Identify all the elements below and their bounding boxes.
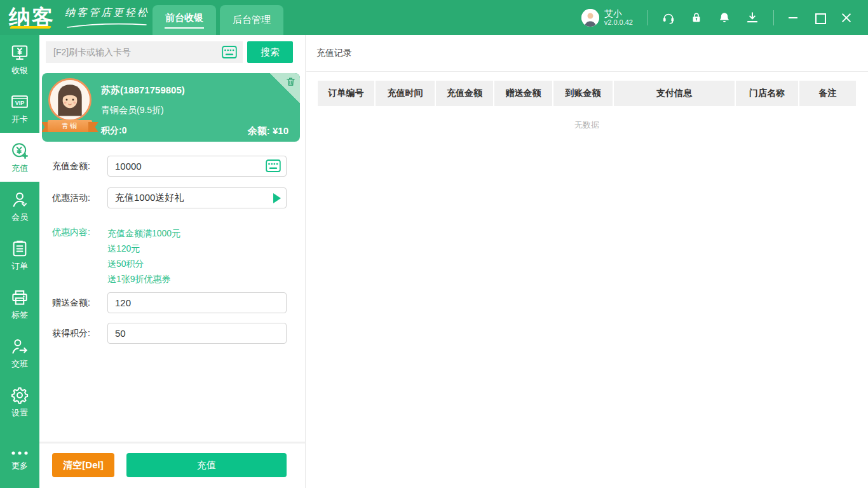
gift-amount-label: 赠送金额: [52,297,107,309]
download-icon[interactable] [745,11,759,25]
member-avatar [48,78,92,121]
promo-detail-block: 优惠内容: 充值金额满1000元 送120元 送50积分 送1张9折优惠券 [52,226,287,287]
card-search-row: 搜索 [46,41,293,63]
recharge-amount-input[interactable] [107,156,287,177]
app-logo-text: 纳客 [9,5,55,29]
sidebar-item-open-card[interactable]: VIP 开卡 [0,84,39,133]
member-name: 苏苏(18871759805) [101,85,185,97]
recharge-submit-button[interactable]: 充值 [126,453,287,477]
column-header-payment-info: 支付信息 [614,81,736,106]
sidebar-item-shift[interactable]: 交班 [0,329,39,377]
promo-detail-line: 送120元 [107,241,180,256]
sidebar-item-label: 更多 [11,460,28,471]
sidebar-item-label: 设置 [11,407,28,419]
card-search-input[interactable] [46,41,243,63]
card-search-box [46,41,243,63]
main-tabs: 前台收银 后台管理 [153,5,283,35]
printer-icon [10,288,29,307]
column-header-recharge-amount: 充值金额 [436,81,494,106]
trash-icon[interactable] [285,76,296,88]
records-title: 充值记录 [316,48,352,59]
maximize-icon[interactable] [815,13,825,23]
window-controls [788,13,851,23]
gear-icon [10,386,29,405]
topbar-icons [661,11,759,25]
lock-icon[interactable] [689,11,703,25]
recharge-icon [10,141,29,160]
footer-divider [39,442,305,444]
ribbon-label: 青铜 [48,120,92,132]
promo-activity-input[interactable] [107,187,287,208]
tab-front-cashier[interactable]: 前台收银 [153,5,216,35]
customer-service-icon[interactable] [661,11,675,25]
sidebar-item-label: 订单 [11,261,28,272]
vip-card-icon: VIP [10,92,29,111]
keyboard-icon[interactable] [266,159,281,173]
gift-amount-field [107,292,287,313]
column-header-remark: 备注 [799,81,856,106]
app-version: v2.0.0.42 [604,18,633,27]
keyboard-icon[interactable] [222,45,237,59]
order-icon [10,239,29,258]
sidebar-item-cashier[interactable]: 收银 [0,35,39,84]
sidebar-item-more[interactable]: 更多 [0,441,39,479]
sidebar-item-label: 收银 [11,65,28,76]
member-balance: 余额: ¥10 [248,125,288,137]
cashier-icon [10,43,29,62]
promo-activity-label: 优惠活动: [52,193,107,204]
user-name: 艾小 [604,8,633,18]
sidebar-item-settings[interactable]: 设置 [0,377,39,426]
records-title-divider [306,71,868,72]
sidebar: 收银 VIP 开卡 充值 [0,35,39,488]
tab-label: 后台管理 [233,14,271,26]
svg-text:VIP: VIP [15,100,25,106]
shift-handover-icon [10,337,29,356]
column-header-recharge-time: 充值时间 [376,81,436,106]
tab-label: 前台收银 [165,12,203,24]
sidebar-item-label-print[interactable]: 标签 [0,280,39,329]
sidebar-item-label: 开卡 [11,114,28,125]
member-icon [10,190,29,209]
promo-expand-arrow-icon[interactable] [273,193,281,203]
app-slogan: 纳客管店更轻松 [65,6,151,20]
sidebar-item-recharge[interactable]: 充值 [0,133,39,182]
member-points: 积分:0 [101,125,126,137]
footer-buttons: 清空[Del] 充值 [52,453,287,477]
user-avatar-icon [581,9,599,27]
minimize-icon[interactable] [788,13,798,23]
member-level-ribbon: 青铜 [42,119,98,133]
sidebar-item-order[interactable]: 订单 [0,231,39,280]
search-button[interactable]: 搜索 [247,41,293,63]
gain-points-input[interactable] [107,323,287,344]
tab-active-underline [165,27,204,29]
gain-points-field [107,323,287,344]
topbar-divider [647,10,648,25]
sidebar-item-label: 充值 [11,163,28,174]
recharge-panel: 搜索 [39,35,306,488]
promo-detail-label: 优惠内容: [52,226,107,287]
column-header-gift-amount: 赠送金额 [494,81,553,106]
recharge-amount-label: 充值金额: [52,161,107,172]
recharge-amount-row: 充值金额: [52,156,287,177]
recharge-records-panel: 充值记录 订单编号 充值时间 充值金额 赠送金额 到账金额 支付信息 门店名称 … [306,35,868,488]
sidebar-item-member[interactable]: 会员 [0,182,39,231]
user-avatar[interactable] [581,9,599,27]
app-window: 纳客 纳客管店更轻松 前台收银 后台管理 [0,0,868,488]
tab-backend-manage[interactable]: 后台管理 [220,5,283,35]
column-header-order-no: 订单编号 [318,81,376,106]
promo-activity-field [107,187,287,208]
close-icon[interactable] [841,13,851,23]
topbar-right: 艾小 v2.0.0.42 [581,0,868,35]
app-logo: 纳客 [9,4,55,30]
user-block[interactable]: 艾小 v2.0.0.42 [604,8,633,27]
column-header-arrival-amount: 到账金额 [553,81,614,106]
sidebar-item-label: 会员 [11,212,28,223]
clear-button[interactable]: 清空[Del] [52,453,114,477]
member-level: 青铜会员(9.5折) [101,105,164,116]
promo-detail-line: 送50积分 [107,256,180,271]
promo-detail-line: 送1张9折优惠券 [107,271,180,287]
gift-amount-input[interactable] [107,292,287,313]
bell-icon[interactable] [717,11,731,25]
records-table: 订单编号 充值时间 充值金额 赠送金额 到账金额 支付信息 门店名称 备注 无数… [318,81,856,131]
member-card: 青铜 苏苏(18871759805) 青铜会员(9.5折) 积分:0 余额: ¥… [42,73,300,142]
